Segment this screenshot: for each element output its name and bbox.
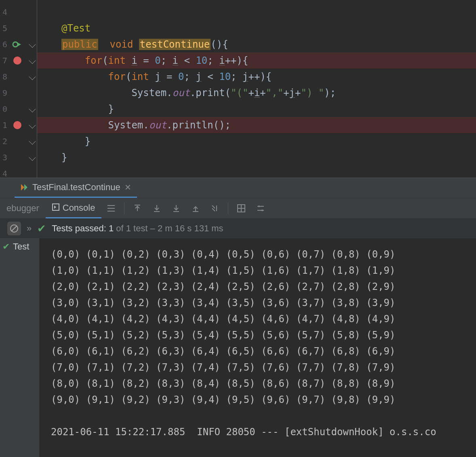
stop-icon [10,224,19,233]
console-tab[interactable]: Console [46,198,102,218]
field-out: out [173,87,190,99]
line-number: 2 [0,133,7,149]
fold-handle-icon[interactable] [29,122,36,129]
code-line: public void testContinue(){ [37,36,476,52]
keyword-for: for [85,55,102,66]
line-number: 1 [0,117,7,133]
fold-handle-icon[interactable] [29,106,36,113]
test-tree[interactable]: ✔ Test [0,238,40,457]
code-line: } [37,149,476,166]
code-editor[interactable]: 45678901234 @Test public void testContin… [0,0,476,178]
grid-icon[interactable] [236,203,247,214]
keyword-int: int [108,55,126,66]
run-test-icon[interactable] [12,40,22,51]
log-tail: 2021-06-11 15:22:17.885 INFO 28050 --- [… [51,424,476,440]
code-line: for(int j = 0; j < 10; j++){ [37,69,476,85]
code-line: @Test [37,20,476,36]
export-up-icon[interactable] [132,203,143,214]
svg-marker-3 [24,184,27,191]
svg-marker-5 [54,205,56,209]
test-status-bar: » ✔ Tests passed: 1 of 1 test – 2 m 16 s… [0,219,476,238]
fold-handle-icon[interactable] [29,57,36,64]
console-icon [52,203,59,213]
svg-point-8 [261,210,263,211]
line-number: 3 [0,149,7,166]
literal-ten: 10 [196,55,207,66]
lower-panel: ✔ Test (0,0) (0,1) (0,2) (0,3) (0,4) (0,… [0,238,476,457]
debugger-tab[interactable]: ebugger [0,198,46,218]
settings-sliders-icon[interactable] [255,203,266,214]
gutter-icons[interactable] [7,0,27,178]
separator [124,202,124,214]
tests-passed-label: Tests passed: 1 [52,223,114,233]
breakpoint-icon[interactable] [13,121,21,129]
fold-handle-icon[interactable] [29,138,36,145]
fold-handle-icon[interactable] [29,73,36,80]
var-i: i [131,55,137,66]
list-icon[interactable] [105,203,117,214]
fold-handle-icon[interactable] [29,154,36,161]
debug-toolbar: ebugger Console [0,198,476,219]
svg-marker-2 [21,184,24,191]
line-number: 5 [0,20,7,36]
close-icon[interactable]: ✕ [124,182,131,192]
upload-icon[interactable] [190,203,201,214]
line-number: 4 [0,4,7,20]
scroll-to-end-icon[interactable] [209,203,221,214]
svg-point-7 [258,205,260,207]
line-number: 7 [0,52,7,69]
run-tab-label: TestFinal.testContinue [32,182,120,193]
check-icon: ✔ [2,241,10,252]
console-output[interactable]: (0,0) (0,1) (0,2) (0,3) (0,4) (0,5) (0,6… [40,238,476,457]
separator [228,202,228,214]
code-line [37,4,476,20]
keyword-void: void [110,39,133,50]
literal-zero: 0 [155,55,160,66]
code-area[interactable]: @Test public void testContinue(){ for(in… [37,0,476,178]
line-number: 6 [0,36,7,52]
stop-button[interactable] [7,222,21,235]
tests-summary: of 1 test – 2 m 16 s 131 ms [114,223,223,233]
code-line-breakpoint: for(int i = 0; i < 10; i++){ [37,52,476,69]
fold-handle-icon[interactable] [29,41,36,48]
svg-point-0 [13,42,18,47]
line-number: 8 [0,69,7,85]
code-line: } [37,101,476,117]
download-icon-2[interactable] [171,203,182,214]
line-number: 9 [0,85,7,101]
test-tree-item[interactable]: ✔ Test [0,241,39,252]
code-line: } [37,133,476,149]
code-line: System.out.print("("+i+","+j+") "); [37,85,476,101]
test-run-icon [20,183,28,191]
var-j: j [155,71,160,82]
annotation: @Test [61,23,91,34]
code-line [37,166,476,182]
method-name: testContinue [139,39,211,50]
code-line-breakpoint: System.out.println(); [37,117,476,133]
line-number: 0 [0,101,7,117]
keyword-public: public [61,39,98,50]
fold-gutter[interactable] [27,0,37,178]
check-icon: ✔ [37,222,46,235]
download-icon[interactable] [151,203,162,214]
breakpoint-icon[interactable] [13,57,21,65]
test-tree-label: Test [13,241,29,252]
chevron-right-icon[interactable]: » [27,223,32,234]
line-number-gutter: 45678901234 [0,0,7,178]
svg-line-10 [12,226,17,231]
line-number: 4 [0,166,7,182]
svg-marker-1 [17,42,21,46]
